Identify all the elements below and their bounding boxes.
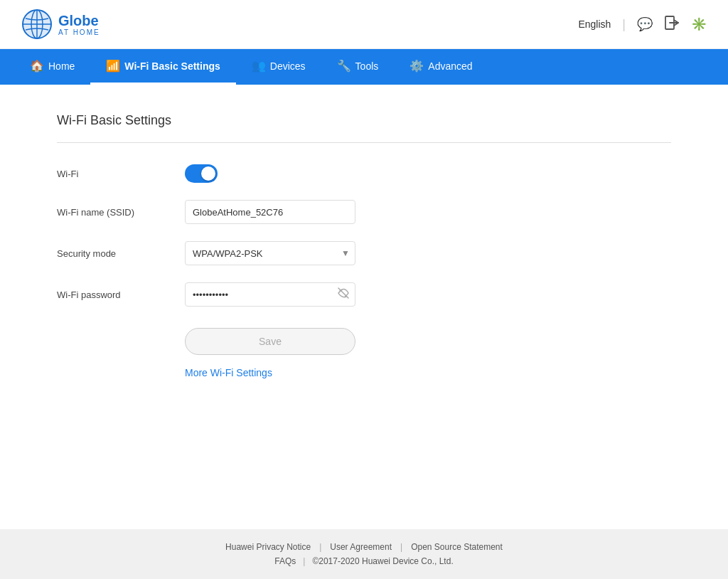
devices-icon: 👥 [252,59,266,73]
security-row: Security mode WPA/WPA2-PSK WPA2-PSK WPA-… [57,241,671,265]
logo-area: Globe AT HOME [21,9,100,40]
password-row: Wi-Fi password [57,282,671,307]
advanced-icon: ⚙️ [410,59,424,73]
more-wifi-settings-link[interactable]: More Wi-Fi Settings [185,367,272,378]
toggle-thumb [201,166,215,181]
wifi-label: Wi-Fi [57,169,171,179]
nav-devices-label: Devices [270,60,306,72]
wifi-toggle-row: Wi-Fi [57,164,671,183]
logo-at-home-label: AT HOME [58,28,100,36]
nav-wifi-label: Wi-Fi Basic Settings [124,60,220,72]
refresh-icon[interactable]: ✳️ [691,16,707,32]
security-select-wrapper: WPA/WPA2-PSK WPA2-PSK WPA-PSK None ▼ [185,241,355,265]
open-source-link[interactable]: Open Source Statement [411,542,503,552]
globe-logo-icon [21,9,53,40]
wifi-icon: 📶 [106,59,120,73]
header-right: English | 💬 ✳️ [578,15,707,34]
nav-advanced-label: Advanced [428,60,472,72]
copyright-text: ©2017-2020 Huawei Device Co., Ltd. [312,556,453,566]
wifi-toggle-control [185,164,370,183]
ssid-input[interactable] [185,200,355,224]
page-title: Wi-Fi Basic Settings [57,113,671,128]
password-input[interactable] [185,282,355,307]
tools-icon: 🔧 [337,59,351,73]
footer: Huawei Privacy Notice | User Agreement |… [0,529,728,579]
title-divider [57,142,671,143]
main-content: Wi-Fi Basic Settings Wi-Fi Wi-Fi name (S… [0,85,728,529]
nav-advanced[interactable]: ⚙️ Advanced [394,49,488,85]
wifi-toggle[interactable] [185,164,218,183]
save-button[interactable]: Save [185,328,355,355]
security-label: Security mode [57,248,171,259]
nav-devices[interactable]: 👥 Devices [236,49,321,85]
footer-links: Huawei Privacy Notice | User Agreement |… [14,542,714,552]
toggle-track [185,164,218,183]
language-selector[interactable]: English [578,18,611,30]
faqs-link[interactable]: FAQs [274,556,296,566]
password-control [185,282,370,307]
home-icon: 🏠 [30,59,44,73]
footer-bottom: FAQs | ©2017-2020 Huawei Device Co., Ltd… [14,556,714,566]
nav-tools[interactable]: 🔧 Tools [321,49,395,85]
logout-icon[interactable] [664,15,680,34]
navbar: 🏠 Home 📶 Wi-Fi Basic Settings 👥 Devices … [0,49,728,85]
nav-home-label: Home [48,60,75,72]
security-select[interactable]: WPA/WPA2-PSK WPA2-PSK WPA-PSK None [185,241,355,265]
logo-globe-label: Globe [58,13,100,28]
save-button-wrapper: Save [185,328,370,355]
header-divider: | [622,17,626,32]
nav-tools-label: Tools [355,60,379,72]
page-wrapper: Globe AT HOME English | 💬 ✳️ 🏠 [0,0,728,579]
ssid-row: Wi-Fi name (SSID) [57,200,671,224]
security-control: WPA/WPA2-PSK WPA2-PSK WPA-PSK None ▼ [185,241,370,265]
password-label: Wi-Fi password [57,290,171,300]
ssid-control [185,200,370,224]
eye-slash-icon[interactable] [337,287,350,302]
logo-text: Globe AT HOME [58,13,100,36]
chat-icon[interactable]: 💬 [637,16,653,32]
header: Globe AT HOME English | 💬 ✳️ [0,0,728,49]
more-link-wrapper: More Wi-Fi Settings [185,366,671,379]
ssid-label: Wi-Fi name (SSID) [57,207,171,218]
nav-home[interactable]: 🏠 Home [14,49,90,85]
privacy-notice-link[interactable]: Huawei Privacy Notice [225,542,311,552]
password-wrapper [185,282,355,307]
nav-wifi-basic[interactable]: 📶 Wi-Fi Basic Settings [90,49,235,85]
user-agreement-link[interactable]: User Agreement [330,542,392,552]
